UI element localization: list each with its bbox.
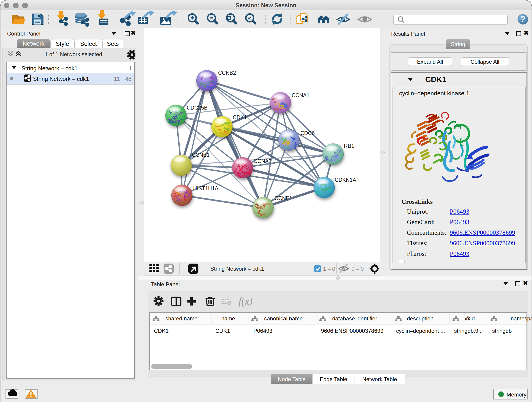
svg-text:CDC25B: CDC25B <box>187 105 208 111</box>
svg-text:RB1: RB1 <box>344 143 354 149</box>
svg-text:CCNA1: CCNA1 <box>292 92 310 98</box>
svg-text:f(x): f(x) <box>239 296 253 307</box>
svg-text:CCNA2: CCNA2 <box>254 158 272 164</box>
svg-text:HIST1H1A: HIST1H1A <box>193 185 219 191</box>
svg-text:?: ? <box>520 14 525 24</box>
svg-text:CCNB1: CCNB1 <box>192 152 210 158</box>
svg-text:CCNB2: CCNB2 <box>218 70 236 76</box>
svg-text:CDK1: CDK1 <box>233 114 247 120</box>
svg-text:CCNE1: CCNE1 <box>274 195 292 201</box>
svg-text:CDKN1A: CDKN1A <box>335 177 356 183</box>
svg-text:CDC6: CDC6 <box>300 130 315 136</box>
